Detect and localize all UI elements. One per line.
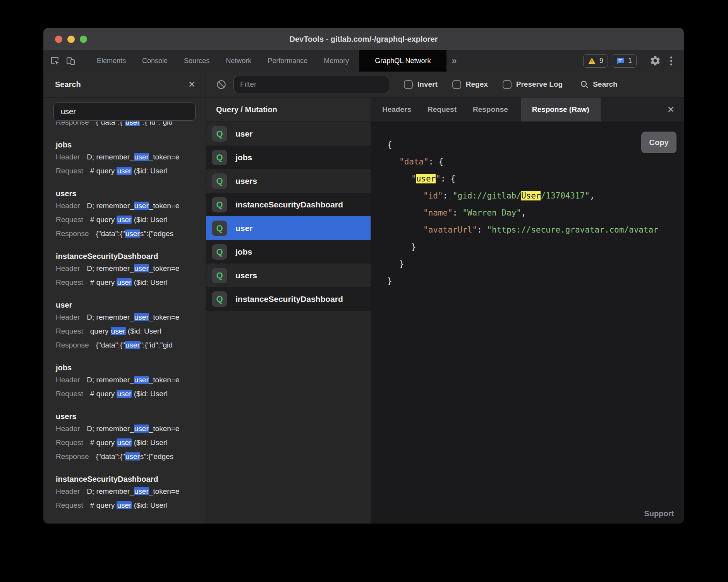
search-match-highlight: user (125, 341, 140, 349)
search-match-highlight: user (117, 438, 132, 447)
search-result-row[interactable]: HeaderD; remember_user_token=e (56, 373, 206, 387)
search-toggle-label: Search (593, 80, 617, 89)
search-result-row[interactable]: Request# query user ($id: UserI (56, 213, 206, 227)
more-tabs-icon[interactable]: » (452, 56, 457, 66)
result-field-label: Request (56, 167, 83, 175)
query-item-users[interactable]: Qusers (206, 169, 219, 193)
search-result-query-name: jobs (56, 139, 206, 150)
search-match-highlight: user (117, 390, 132, 398)
search-match-highlight: user (134, 425, 149, 433)
tab-network[interactable]: Network (218, 50, 259, 72)
tab-memory[interactable]: Memory (316, 50, 357, 72)
checkbox[interactable] (503, 80, 512, 89)
search-results-list[interactable]: Response{"data":{"user":{"id":"gidjobsHe… (43, 122, 206, 524)
search-result-row[interactable]: HeaderD; remember_user_token=e (56, 484, 206, 498)
devtools-tab-bar: ElementsConsoleSourcesNetworkPerformance… (43, 50, 684, 72)
more-options-icon[interactable] (670, 56, 672, 65)
json-token: "Warren Day" (462, 208, 521, 217)
search-result-query-name: instanceSecurityDashboard (56, 251, 206, 262)
search-match-highlight: user (134, 487, 149, 495)
query-mutation-panel: Query / Mutation QuserQjobsQusersQinstan… (206, 98, 371, 524)
json-token: : (477, 225, 487, 235)
warnings-badge[interactable]: 9 (583, 54, 608, 68)
search-result-row[interactable]: Request# query user ($id: UserI (56, 164, 206, 178)
search-result-row[interactable]: HeaderD; remember_user_token=e (56, 310, 206, 324)
tab-console[interactable]: Console (134, 50, 176, 72)
search-match-highlight: user (134, 376, 149, 384)
result-field-value: # query user ($id: UserI (90, 390, 168, 398)
messages-badge[interactable]: 1 (612, 54, 637, 68)
response-tab-response[interactable]: Response (465, 98, 516, 122)
search-result-row[interactable]: Request# query user ($id: UserI (56, 436, 206, 450)
search-result-query-name: instanceSecurityDashboard (56, 474, 206, 484)
json-token: "id" (423, 191, 443, 200)
search-result-row[interactable]: Response{"data":{"user":{"id":"gid (56, 122, 206, 129)
search-result-row[interactable]: HeaderD; remember_user_token=e (56, 262, 206, 276)
query-item-jobs[interactable]: Qjobs (206, 146, 371, 169)
search-result-row[interactable]: Response{"data":{"users":{"edges (56, 227, 206, 241)
result-field-value: # query user ($id: UserI (90, 438, 168, 447)
json-token: "data" (399, 157, 429, 166)
tab-graphql-network[interactable]: GraphQL Network (359, 50, 446, 72)
close-search-icon[interactable]: ✕ (188, 80, 196, 89)
filter-option-regex[interactable]: Regex (452, 80, 488, 89)
tab-sources[interactable]: Sources (176, 50, 218, 72)
result-field-value: D; remember_user_token=e (87, 264, 179, 272)
close-response-icon[interactable]: ✕ (667, 105, 675, 114)
filter-option-invert[interactable]: Invert (404, 80, 438, 89)
result-field-label: Header (56, 376, 80, 384)
query-item-label: users (235, 271, 257, 280)
response-tab-headers[interactable]: Headers (374, 98, 419, 122)
query-item-jobs[interactable]: Qjobs (206, 240, 371, 264)
support-link[interactable]: Support (644, 509, 674, 518)
copy-button[interactable]: Copy (641, 132, 676, 153)
query-type-badge: Q (212, 268, 227, 283)
json-line: "name": "Warren Day", (387, 204, 684, 221)
result-field-value: # query user ($id: UserI (90, 216, 168, 224)
result-field-label: Response (56, 122, 89, 126)
query-item-user[interactable]: Quser (206, 216, 371, 240)
tab-performance[interactable]: Performance (259, 50, 316, 72)
result-field-value: # query user ($id: UserI (90, 167, 168, 175)
search-result-row[interactable]: HeaderD; remember_user_token=e (56, 199, 206, 213)
checkbox[interactable] (404, 80, 413, 89)
query-item-label: instanceSecurityDashboard (235, 200, 343, 209)
checkbox[interactable] (452, 80, 461, 89)
query-type-badge: Q (212, 150, 227, 165)
search-result-row[interactable]: Request# query user ($id: UserI (56, 387, 206, 401)
settings-gear-icon[interactable] (649, 55, 662, 67)
query-item-user[interactable]: Quser (206, 122, 219, 146)
response-json: {"data": {"user": {"id": "gid://gitlab/U… (387, 136, 684, 289)
filter-option-preserve-log[interactable]: Preserve Log (503, 80, 563, 89)
device-toolbar-icon[interactable] (65, 56, 76, 66)
search-result-row[interactable]: Response{"data":{"user":{"id":"gid (56, 338, 206, 352)
search-result-row[interactable]: Response{"data":{"users":{"edges (56, 450, 206, 464)
inspect-element-icon[interactable] (50, 56, 60, 66)
result-field-value: {"data":{"user":{"id":"gid (96, 341, 173, 349)
query-item-instanceSecurityDashboard[interactable]: QinstanceSecurityDashboard (206, 287, 371, 311)
tab-response-raw[interactable]: Response (Raw) (521, 98, 601, 122)
response-tab-request[interactable]: Request (419, 98, 465, 122)
search-input[interactable] (53, 103, 196, 121)
search-toggle[interactable]: Search (580, 80, 617, 89)
result-field-label: Header (56, 202, 80, 210)
json-token: "https://secure.gravatar.com/avatar (487, 225, 658, 235)
search-result-row[interactable]: Request# query user ($id: UserI (56, 498, 206, 512)
checkbox-label: Regex (466, 80, 488, 89)
search-result-row[interactable]: HeaderD; remember_user_token=e (56, 150, 206, 164)
search-panel-title: Search (55, 80, 81, 89)
search-result-row[interactable]: Request# query user ($id: UserI (56, 276, 206, 289)
query-item-instanceSecurityDashboard[interactable]: QinstanceSecurityDashboard (206, 193, 371, 216)
result-field-label: Header (56, 313, 80, 321)
search-result-row[interactable]: HeaderD; remember_user_token=e (56, 422, 206, 436)
json-token: : (453, 208, 462, 217)
clear-icon[interactable] (216, 79, 227, 90)
response-tab-bar: HeadersRequestResponse Response (Raw) ✕ (371, 98, 684, 122)
result-field-label: Request (56, 438, 83, 447)
result-field-value: D; remember_user_token=e (87, 313, 179, 321)
query-item-users[interactable]: Qusers (206, 264, 219, 287)
filter-input[interactable] (234, 76, 389, 93)
result-field-value: {"data":{"users":{"edges (96, 229, 174, 238)
tab-elements[interactable]: Elements (89, 50, 134, 72)
search-result-row[interactable]: Requestquery user ($id: UserI (56, 324, 206, 338)
